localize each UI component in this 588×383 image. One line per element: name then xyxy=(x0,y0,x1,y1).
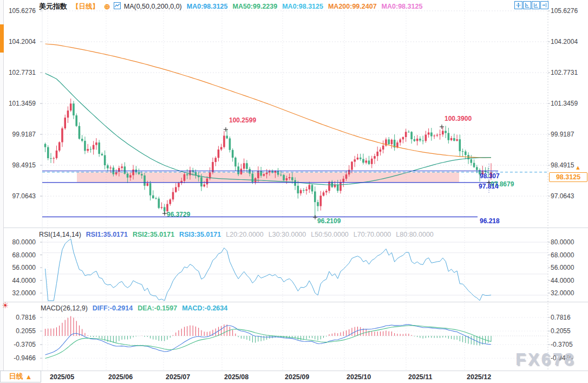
time-axis-label: 2025/12 xyxy=(467,373,491,381)
ma-values-legend: MA0:98.3125MA50:99.2239MA0:98.3125MA200:… xyxy=(187,3,428,10)
axis-tick-label: 99.9187 xyxy=(551,131,574,138)
axis-tick-label: 98.4915 xyxy=(551,161,574,169)
axis-tick-label: 0.7816 xyxy=(551,314,571,321)
macd-values-item: DEA:-0.1597 xyxy=(138,304,177,312)
rsi-values-item: RSI3:35.0171 xyxy=(179,231,221,238)
chart-type-icon[interactable] xyxy=(114,2,121,11)
axis-tick-label: 102.7731 xyxy=(551,69,578,76)
axis-ticks xyxy=(40,11,550,373)
left-scrollbar-thumb[interactable] xyxy=(0,24,4,53)
axis-tick-label: -0.3705 xyxy=(4,341,36,348)
jump-to-latest-icon[interactable] xyxy=(540,1,548,9)
axis-tick-label: 97.0643 xyxy=(551,192,574,200)
rsi-title: RSI(14,14,14) xyxy=(39,231,81,238)
rsi-levels-item: L30:30.0000 xyxy=(269,231,306,238)
period-selector-button[interactable]: 日线 ▲ xyxy=(0,371,41,382)
axis-tick-label: -0.9466 xyxy=(4,354,36,362)
time-axis-label: 2025/08 xyxy=(224,373,249,381)
axis-tick-label: 68.0000 xyxy=(4,251,36,259)
axis-tick-label: 56.0000 xyxy=(4,264,36,271)
macd-dea-line xyxy=(45,326,492,359)
macd-values-item: DIFF:-0.2914 xyxy=(93,304,133,312)
axis-tick-label: 44.0000 xyxy=(551,277,574,284)
axis-scale-right-icon[interactable] xyxy=(532,1,540,9)
price-annotation: 97.814 xyxy=(479,183,499,190)
macd-diff-line xyxy=(45,324,492,355)
hot-indicator-icon[interactable]: ☀ xyxy=(2,301,9,310)
ma-values-item: MA200:99.2407 xyxy=(328,3,377,10)
rsi-levels-item: L50:50.0000 xyxy=(311,231,349,238)
watermark: FX678 xyxy=(515,350,576,369)
rsi-values-item: RSI2:35.0171 xyxy=(133,231,174,238)
chart-toolbar xyxy=(514,1,548,9)
axis-tick-label: 80.0000 xyxy=(551,238,574,246)
macd-legend: MACD(26,12,9) DIFF:-0.2914DEA:-0.1597MAC… xyxy=(41,304,232,312)
period-selector-arrow-icon: ▲ xyxy=(25,373,32,381)
axis-tick-label: 98.4915 xyxy=(4,161,36,169)
time-axis-label: 2025/10 xyxy=(347,373,371,381)
candles-layer xyxy=(44,99,492,217)
axis-tick-label: 32.0000 xyxy=(4,289,36,297)
axis-scale-left-icon[interactable] xyxy=(523,1,531,9)
ma200-line xyxy=(45,44,492,158)
macd-values-legend: DIFF:-0.2914DEA:-0.1597MACD:-0.2634 xyxy=(93,304,232,312)
axis-tick-label: 105.6276 xyxy=(4,7,36,15)
axis-tick-label: 0.2055 xyxy=(4,327,36,335)
time-axis-label: 2025/06 xyxy=(108,373,133,381)
pan-tool-icon[interactable] xyxy=(514,1,522,9)
axis-tick-label: 101.3459 xyxy=(4,100,36,107)
axis-tick-label: 56.0000 xyxy=(551,264,574,271)
symbol-title: 美元指数 xyxy=(39,2,67,11)
price-annotation: 96.3729 xyxy=(167,211,190,218)
price-annotation: 100.2599 xyxy=(229,117,256,124)
axis-tick-label: 102.7731 xyxy=(4,69,36,76)
rsi-values-item: RSI1:35.0171 xyxy=(86,231,128,238)
price-annotation: 96.2109 xyxy=(317,218,341,225)
axis-tick-label: -0.3705 xyxy=(551,341,573,348)
rsi-levels-item: L80:80.0000 xyxy=(396,231,434,238)
time-axis-bar: 2025/052025/062025/072025/082025/092025/… xyxy=(0,371,588,383)
macd-values-item: MACD:-0.2634 xyxy=(182,304,227,312)
rsi-levels-item: L70:70.0000 xyxy=(354,231,391,238)
price-chart-canvas[interactable] xyxy=(0,0,588,383)
ma-values-item: MA0:98.3125 xyxy=(282,3,323,10)
rsi-values-legend: RSI1:35.0171RSI2:35.0171RSI3:35.0171 xyxy=(86,231,226,238)
ma-settings-label: MA(0,50,0,200,0,0) xyxy=(124,3,182,10)
time-axis-label: 2025/07 xyxy=(166,373,190,381)
trading-chart-app: ☀ 美元指数 【日线】 ⊕ MA(0,50,0,200,0,0) MA0:98.… xyxy=(0,0,588,383)
time-axis-label: 2025/05 xyxy=(50,373,74,381)
axis-tick-label: 105.6276 xyxy=(551,7,578,15)
macd-title: MACD(26,12,9) xyxy=(41,304,88,312)
axis-tick-label: 68.0000 xyxy=(551,251,574,259)
axis-tick-label: 32.0000 xyxy=(551,289,574,297)
ma-values-item: MA50:99.2239 xyxy=(233,3,278,10)
price-annotation: 98.307 xyxy=(480,173,500,180)
period-tag: 【日线】 xyxy=(72,2,99,11)
time-axis-label: 2025/09 xyxy=(285,373,309,381)
period-selector-label: 日线 xyxy=(9,372,23,381)
rsi-levels-item: L20:20.0000 xyxy=(226,231,264,238)
add-indicator-button[interactable]: ⊕ xyxy=(104,2,110,11)
axis-tick-label: 104.2004 xyxy=(551,38,578,46)
price-up-arrow-icon: ▲ xyxy=(575,164,581,171)
axis-tick-label: 99.9187 xyxy=(4,131,36,138)
rsi-line xyxy=(45,239,492,301)
ma-values-item: MA0:98.3125 xyxy=(382,3,423,10)
current-price-badge: 98.3125 xyxy=(549,172,587,182)
rsi-legend: RSI(14,14,14) RSI1:35.0171RSI2:35.0171RS… xyxy=(39,231,439,238)
axis-tick-label: 0.2055 xyxy=(551,327,571,335)
ma50-line xyxy=(45,74,492,185)
axis-tick-label: 44.0000 xyxy=(4,277,36,284)
left-scrollbar-track[interactable] xyxy=(0,0,4,371)
rsi-levels-legend: L20:20.0000L30:30.0000L50:50.0000L70:70.… xyxy=(226,231,439,238)
price-annotation: 96.218 xyxy=(480,218,500,225)
axis-tick-label: 97.0643 xyxy=(4,192,36,200)
time-axis-label: 2025/11 xyxy=(408,373,433,381)
axis-tick-label: 0.7816 xyxy=(4,314,36,321)
main-legend: 美元指数 【日线】 ⊕ MA(0,50,0,200,0,0) MA0:98.31… xyxy=(39,2,427,11)
axis-tick-label: 104.2004 xyxy=(4,38,36,46)
price-annotation: 100.3900 xyxy=(445,115,472,122)
axis-tick-label: 80.0000 xyxy=(4,238,36,246)
ma-values-item: MA0:98.3125 xyxy=(187,3,228,10)
axis-tick-label: 101.3459 xyxy=(551,100,578,107)
